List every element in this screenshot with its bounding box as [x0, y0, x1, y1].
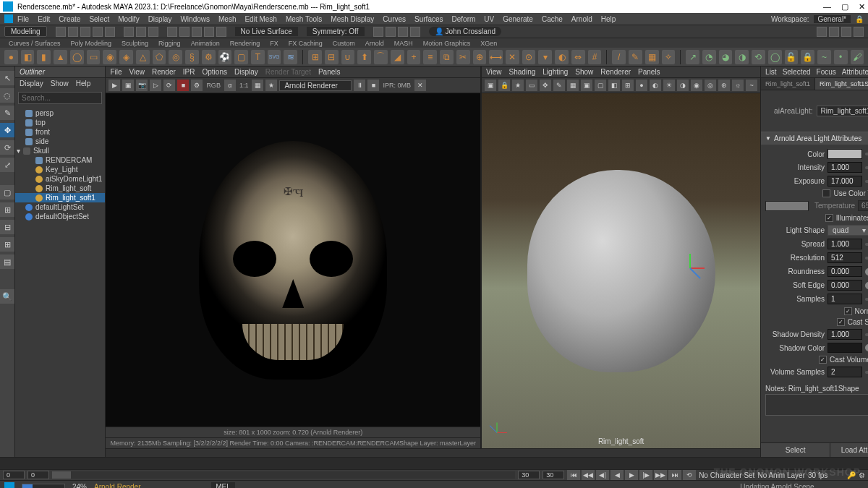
- outliner-node[interactable]: Rim_light_soft: [15, 184, 105, 193]
- samples-slider[interactable]: [865, 298, 868, 301]
- shelf-avg-icon[interactable]: ~: [817, 50, 831, 64]
- shelf-multicut-icon[interactable]: ✂: [456, 50, 470, 64]
- vp-select-cam-icon[interactable]: ▣: [485, 80, 496, 91]
- outliner-persp-icon[interactable]: ▤: [0, 254, 14, 269]
- rv-snapshot-icon[interactable]: 📷: [136, 80, 148, 91]
- vp-xray-icon[interactable]: ◎: [705, 80, 716, 91]
- vp-menu-shading[interactable]: Shading: [509, 68, 536, 76]
- vp-lock-cam-icon[interactable]: 🔒: [498, 80, 510, 91]
- shelf-superellipse-icon[interactable]: ▢: [234, 50, 248, 64]
- vp-menu-view[interactable]: View: [486, 68, 502, 76]
- rv-rgb-label[interactable]: RGB: [205, 82, 222, 89]
- paint-select-tool-icon[interactable]: ✎: [0, 106, 14, 120]
- shelf-disc-icon[interactable]: ◉: [103, 50, 116, 64]
- shelf-helix-icon[interactable]: §: [185, 50, 199, 64]
- vp-grid-icon[interactable]: ▦: [567, 80, 579, 91]
- shelf-prism-icon[interactable]: ⬠: [153, 50, 166, 64]
- shelf-gear-icon[interactable]: ⚙: [202, 50, 216, 64]
- symmetry-dropdown[interactable]: Symmetry: Off: [307, 27, 365, 36]
- vp-image-plane-icon[interactable]: ▭: [526, 80, 537, 91]
- menu-surfaces[interactable]: Surfaces: [410, 15, 447, 23]
- vp-isolate-icon[interactable]: ◉: [691, 80, 702, 91]
- menu-meshtools[interactable]: Mesh Tools: [281, 15, 326, 23]
- rv-ipr-refresh-icon[interactable]: ⟳: [163, 80, 175, 91]
- in-frame-field[interactable]: 0: [27, 471, 49, 479]
- rv-alpha-icon[interactable]: α: [224, 80, 236, 91]
- move-manipulator[interactable]: [676, 253, 705, 282]
- shelf-pipe-icon[interactable]: ◎: [169, 50, 182, 64]
- rv-pause-icon[interactable]: ⏸: [354, 80, 365, 91]
- snap-point-icon[interactable]: [192, 27, 202, 37]
- shelf-pyramid-icon[interactable]: △: [136, 50, 150, 64]
- vp-menu-show[interactable]: Show: [575, 68, 593, 76]
- soft-edge-slider[interactable]: [865, 284, 868, 287]
- shelf-sphere-icon[interactable]: ●: [4, 50, 18, 64]
- snap-plane-icon[interactable]: [204, 27, 214, 37]
- shelf-tab[interactable]: Arnold: [361, 40, 388, 47]
- shelf-cone-icon[interactable]: ▲: [54, 50, 67, 64]
- shelf-tab[interactable]: Animation: [187, 40, 224, 47]
- outliner-node[interactable]: defaultLightSet: [15, 202, 105, 212]
- out-frame-field[interactable]: 30: [518, 471, 540, 479]
- menu-display[interactable]: Display: [144, 15, 176, 23]
- shelf-tab[interactable]: Motion Graphics: [419, 40, 475, 47]
- shelf-mirror-icon[interactable]: ⇔: [571, 50, 585, 64]
- spread-slider[interactable]: [865, 243, 868, 246]
- shelf-extrude-icon[interactable]: ⬆: [357, 50, 371, 64]
- outliner-node[interactable]: Rim_light_soft1: [15, 193, 105, 202]
- play-back-icon[interactable]: ◀: [610, 470, 624, 480]
- vp-bookmarks-icon[interactable]: ★: [512, 80, 524, 91]
- menu-deform[interactable]: Deform: [448, 15, 480, 23]
- step-back-icon[interactable]: ◀◀: [582, 470, 595, 480]
- attr-menu-attributes[interactable]: Attributes: [842, 68, 868, 76]
- menu-file[interactable]: File: [13, 15, 33, 23]
- next-key-icon[interactable]: |▶: [639, 470, 652, 480]
- shelf-tab[interactable]: Poly Modeling: [67, 40, 116, 47]
- rv-ipr-stop-icon[interactable]: ■: [177, 80, 189, 91]
- mode-dropdown[interactable]: Modeling: [4, 26, 47, 37]
- rv-menu-panels[interactable]: Panels: [318, 68, 341, 76]
- save-scene-icon[interactable]: [80, 27, 90, 37]
- minimize-icon[interactable]: —: [823, 2, 831, 12]
- move-tool-icon[interactable]: ✥: [0, 123, 14, 137]
- shelf-platonic-icon[interactable]: ◈: [119, 50, 133, 64]
- attr-menu-selected[interactable]: Selected: [783, 68, 811, 76]
- search-tool-icon[interactable]: 🔍: [0, 289, 14, 304]
- expand-icon[interactable]: ▾: [17, 147, 20, 155]
- user-account[interactable]: 👤 John Crossland: [429, 27, 501, 36]
- vp-shaded-icon[interactable]: ●: [636, 80, 647, 91]
- soft-edge-field[interactable]: 0.000: [827, 280, 862, 291]
- redo-icon[interactable]: [105, 27, 115, 37]
- shelf-edgeloop-icon[interactable]: ≡: [423, 50, 437, 64]
- menu-edit[interactable]: Edit: [33, 15, 54, 23]
- shelf-crease-icon[interactable]: /: [612, 50, 626, 64]
- select-button[interactable]: Select: [761, 443, 830, 457]
- menu-help[interactable]: Help: [597, 15, 621, 23]
- vp-lights-icon[interactable]: ☀: [663, 80, 675, 91]
- shelf-tab[interactable]: Sculpting: [117, 40, 153, 47]
- menu-arnold[interactable]: Arnold: [567, 15, 597, 23]
- shelf-merge-icon[interactable]: ⊙: [522, 50, 536, 64]
- shelf-append-icon[interactable]: +: [407, 50, 421, 64]
- shadow-color-swatch[interactable]: [827, 343, 862, 353]
- shadow-density-slider[interactable]: [865, 333, 868, 336]
- shelf-bevel-icon[interactable]: ◢: [391, 50, 404, 64]
- outliner-menu-display[interactable]: Display: [20, 80, 43, 87]
- vp-motion-icon[interactable]: ~: [746, 80, 757, 91]
- illuminates-checkbox[interactable]: [825, 214, 833, 222]
- shelf-softharden-icon[interactable]: ◑: [735, 50, 749, 64]
- shadow-color-slider[interactable]: [865, 346, 868, 349]
- exposure-slider[interactable]: [865, 180, 868, 183]
- vp-film-gate-icon[interactable]: ▣: [581, 80, 592, 91]
- vp-wireframe-icon[interactable]: ⊞: [622, 80, 634, 91]
- render-canvas[interactable]: [106, 93, 480, 427]
- rv-menu-options[interactable]: Options: [202, 68, 226, 76]
- shelf-tab[interactable]: FX Caching: [284, 40, 327, 47]
- rv-close-icon[interactable]: ✕: [414, 80, 426, 91]
- shelf-cube-icon[interactable]: ◧: [21, 50, 35, 64]
- outliner-node[interactable]: front: [15, 127, 105, 137]
- shelf-soccer-icon[interactable]: ⚽: [218, 50, 232, 64]
- open-scene-icon[interactable]: [68, 27, 78, 37]
- vp-xray-joints-icon[interactable]: ⊛: [718, 80, 730, 91]
- vp-res-gate-icon[interactable]: ▢: [595, 80, 606, 91]
